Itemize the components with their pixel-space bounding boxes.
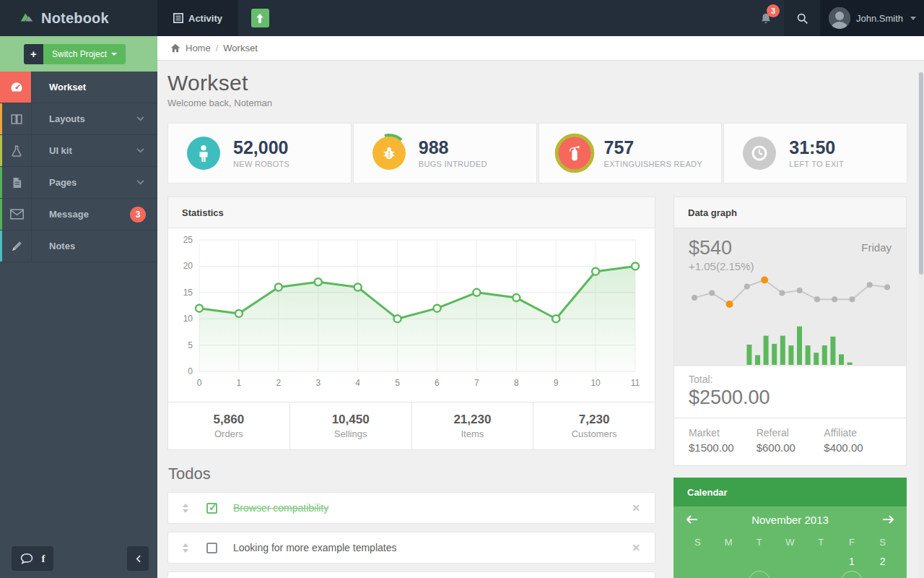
sidebar-item-message[interactable]: Message 3 [0, 199, 157, 230]
sidebar: + Switch Project Workset Layouts [0, 36, 157, 578]
stat-value: 10,450 [332, 413, 370, 427]
stat-value: 21,230 [453, 413, 491, 427]
add-project-button[interactable]: + [24, 44, 43, 64]
drag-handle-icon[interactable] [183, 543, 188, 553]
calendar-date[interactable]: 8 [837, 571, 868, 578]
scrollbar[interactable] [918, 72, 924, 578]
scrollbar-thumb[interactable] [919, 72, 923, 275]
brand-name: Notebook [41, 10, 109, 27]
svg-text:8: 8 [514, 378, 519, 388]
calendar-date[interactable]: 3 [682, 571, 713, 578]
sidebar-footer: f [0, 546, 157, 571]
calendar-date[interactable]: 4 [713, 571, 744, 578]
sidebar-item-layouts[interactable]: Layouts [0, 103, 157, 135]
sidebar-menu: Workset Layouts UI kit Pages [0, 72, 157, 262]
data-graph-panel: Data graph $540 +1.05(2.15%) Friday [674, 197, 907, 466]
person-icon [187, 137, 220, 170]
statistics-footer: 5,860 Orders 10,450 Sellings 21,230 Item… [167, 402, 655, 450]
home-icon [170, 43, 180, 53]
chevron-down-icon [136, 180, 144, 185]
tile-extinguishers: 757 EXTINGUISHERS READY [539, 123, 723, 184]
market-column: Market $1500.00 [689, 427, 757, 454]
calendar-date[interactable]: 7 [806, 571, 837, 578]
data-graph-footer: Market $1500.00 Referal $600.00 Affiliat… [674, 418, 906, 465]
chevron-down-icon [136, 148, 144, 153]
tile-label: EXTINGUISHERS READY [604, 160, 703, 168]
calendar-date[interactable]: 9 [867, 571, 898, 578]
user-menu[interactable]: John.Smith [820, 0, 924, 36]
sidebar-item-label: Notes [32, 230, 157, 262]
calendar-grid: SMTWTFS12345678910111213141516 [682, 532, 898, 578]
svg-text:0: 0 [188, 366, 193, 376]
breadcrumb-home[interactable]: Home [186, 43, 211, 53]
day-label: Friday [861, 241, 892, 254]
data-graph-body: $540 +1.05(2.15%) Friday [674, 228, 906, 366]
tile-label: NEW ROBOTS [233, 160, 289, 168]
content-area: Workset Welcome back, Noteman 52,000 NEW… [157, 61, 924, 578]
calendar-date[interactable]: 5 [744, 571, 775, 578]
mini-bar-chart [689, 323, 893, 365]
calendar-date[interactable]: 2 [867, 551, 898, 571]
pencil-icon [0, 230, 32, 262]
calendar-month: November 2013 [751, 514, 829, 526]
stat-label: Items [461, 428, 484, 439]
statistics-chart: 051015202501234567891011 [168, 230, 655, 402]
footer-value: $600.00 [757, 441, 824, 454]
tile-new-robots: 52,000 NEW ROBOTS [167, 123, 352, 184]
calendar-date[interactable]: 6 [775, 571, 806, 578]
social-box: f [12, 546, 53, 571]
calendar-date [682, 551, 713, 571]
todo-checkbox[interactable] [206, 503, 217, 514]
top-navbar: Notebook Activity 3 [0, 0, 924, 36]
stat-label: Orders [214, 428, 243, 439]
total-value: $2500.00 [689, 387, 892, 409]
stat-items: 21,230 Items [412, 402, 534, 449]
calendar-date[interactable]: 1 [837, 551, 868, 571]
close-icon[interactable]: ✕ [632, 502, 640, 514]
chevron-down-icon [910, 17, 916, 20]
notifications-button[interactable]: 3 [748, 0, 784, 36]
calendar-day-letter: S [867, 532, 898, 551]
todo-item: Browser compatibility ✕ [167, 492, 655, 524]
drag-handle-icon[interactable] [183, 504, 188, 513]
sidebar-item-label: Pages [32, 167, 136, 198]
sidebar-item-notes[interactable]: Notes [0, 230, 157, 262]
flask-icon [0, 135, 32, 166]
todo-item: Looking for more example templates ✕ [167, 532, 655, 564]
facebook-icon[interactable]: f [42, 553, 45, 565]
footer-label: Referal [757, 427, 824, 439]
sidebar-item-label: Workset [32, 72, 157, 103]
close-icon[interactable]: ✕ [632, 542, 640, 553]
collapse-sidebar-button[interactable] [127, 546, 149, 571]
chat-icon[interactable] [20, 553, 33, 564]
switch-project-label: Switch Project [52, 49, 107, 59]
amount-change: +1.05(2.15%) [689, 260, 754, 272]
switch-project-button[interactable]: Switch Project [43, 44, 126, 64]
tile-bugs-intruded: 988 BUGS INTRUDED [353, 123, 537, 184]
footer-value: $400.00 [824, 441, 892, 454]
search-button[interactable] [784, 0, 820, 36]
arrow-up-icon [256, 14, 263, 23]
tile-value: 52,000 [233, 138, 289, 158]
tab-activity[interactable]: Activity [157, 0, 238, 36]
sidebar-item-label: UI kit [32, 135, 136, 166]
todo-text: Looking for more example templates [233, 542, 396, 553]
sidebar-item-pages[interactable]: Pages [0, 167, 157, 199]
prev-month-icon[interactable] [687, 515, 698, 524]
sidebar-item-workset[interactable]: Workset [0, 72, 157, 103]
sparkline-chart [689, 272, 893, 323]
upload-button[interactable] [251, 9, 269, 27]
total-section: Total: $2500.00 [674, 366, 906, 418]
sidebar-item-ui-kit[interactable]: UI kit [0, 135, 157, 167]
navbar-right: 3 John.Smith [748, 0, 924, 36]
todo-checkbox[interactable] [206, 543, 217, 553]
avatar [829, 7, 850, 29]
tile-value: 988 [419, 138, 487, 158]
svg-text:11: 11 [631, 378, 640, 388]
brand-logo[interactable]: Notebook [0, 0, 157, 36]
breadcrumb-current: Workset [223, 43, 257, 53]
next-month-icon[interactable] [882, 515, 894, 524]
calendar-day-letter: S [682, 532, 713, 551]
stat-customers: 7,230 Customers [533, 402, 655, 449]
breadcrumb-separator: / [216, 43, 219, 53]
